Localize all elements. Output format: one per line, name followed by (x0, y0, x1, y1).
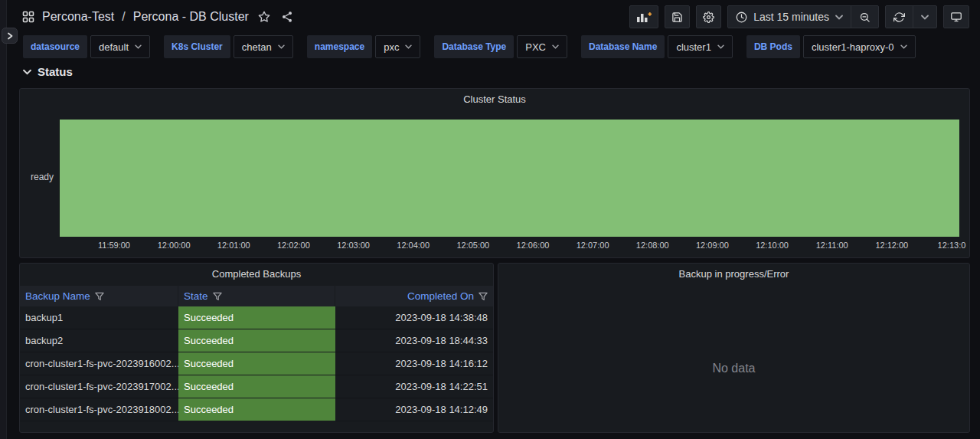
sidebar-expand-button[interactable] (2, 28, 18, 44)
time-axis-tick: 12:09:00 (691, 241, 733, 250)
chevron-down-icon (552, 44, 559, 49)
time-axis-tick: 11:59:00 (93, 241, 136, 250)
cell-completed-on: 2023-09-18 14:38:48 (335, 306, 493, 329)
dashboard-settings-button[interactable] (696, 5, 721, 28)
variable-value-dropdown[interactable]: cluster1-haproxy-0 (803, 35, 916, 58)
time-axis-tick: 12:13:0 (930, 241, 973, 250)
save-dashboard-button[interactable] (665, 5, 690, 28)
variable-value-dropdown[interactable]: pxc (375, 35, 420, 58)
table-row: cron-cluster1-fs-pvc-2023918002... Succe… (20, 398, 493, 421)
dashboard-title[interactable]: Percona - DB Cluster (133, 10, 249, 24)
dashboard-header: Percona-Test / Percona - DB Cluster (7, 0, 980, 34)
folder-name[interactable]: Percona-Test (42, 10, 114, 24)
breadcrumb-separator: / (122, 10, 125, 24)
variable-group: Database Type PXC (434, 35, 567, 58)
variable-value: default (99, 41, 129, 53)
table-header: Backup Name State Completed On (20, 286, 493, 306)
cell-state-badge: Succeeded (178, 306, 335, 329)
variable-label: namespace (307, 35, 372, 58)
favorite-star-button[interactable] (256, 9, 272, 25)
table-row: cron-cluster1-fs-pvc-2023917002... Succe… (20, 375, 493, 398)
share-icon (281, 11, 293, 23)
chevron-down-icon (921, 15, 929, 20)
chevron-down-icon (135, 44, 142, 49)
toolbar: Last 15 minutes (629, 5, 969, 28)
column-label: Backup Name (25, 290, 90, 302)
table-row: backup2 Succeeded 2023-09-18 18:44:33 (20, 329, 493, 352)
cell-backup-name: cron-cluster1-fs-pvc-2023917002... (20, 375, 178, 398)
time-axis-tick: 12:05:00 (452, 241, 495, 250)
apps-grid-icon (22, 11, 34, 23)
variable-group: K8s Cluster chetan (164, 35, 293, 58)
refresh-interval-dropdown[interactable] (913, 6, 936, 28)
refresh-icon (893, 11, 905, 23)
variable-label: Database Name (581, 35, 665, 58)
chevron-down-icon (900, 44, 907, 49)
variable-label: datasource (23, 35, 87, 58)
variable-value-dropdown[interactable]: chetan (234, 35, 293, 58)
cycle-view-mode-button[interactable] (943, 5, 969, 28)
add-panel-icon (636, 11, 652, 23)
variable-group: DB Pods cluster1-haproxy-0 (746, 35, 916, 58)
time-axis-tick: 12:00:00 (152, 241, 195, 250)
refresh-button[interactable] (886, 6, 913, 28)
variable-label: K8s Cluster (164, 35, 230, 58)
time-axis-tick: 12:12:00 (871, 241, 913, 250)
panel-title[interactable]: Completed Backups (20, 264, 493, 283)
timeline-state-bar-ready (60, 120, 959, 237)
filter-funnel-icon[interactable] (95, 292, 104, 301)
zoom-out-icon (859, 11, 871, 23)
variable-value: PXC (525, 41, 546, 53)
column-header-backup-name[interactable]: Backup Name (20, 286, 178, 306)
filter-funnel-icon[interactable] (213, 292, 222, 301)
column-header-completed-on[interactable]: Completed On (335, 286, 493, 306)
variable-group: namespace pxc (307, 35, 421, 58)
share-button[interactable] (279, 9, 295, 25)
table-row: backup1 Succeeded 2023-09-18 14:38:48 (20, 306, 493, 329)
time-axis-tick: 12:02:00 (272, 241, 315, 250)
table-row: cron-cluster1-fs-pvc-2023916002... Succe… (20, 352, 493, 375)
time-range-picker[interactable]: Last 15 minutes (728, 6, 851, 28)
variable-value-dropdown[interactable]: cluster1 (668, 35, 733, 58)
zoom-out-time-button[interactable] (851, 6, 878, 28)
column-header-state[interactable]: State (178, 286, 335, 306)
table-body: backup1 Succeeded 2023-09-18 14:38:48 ba… (20, 306, 493, 421)
breadcrumb: Percona-Test / Percona - DB Cluster (22, 9, 295, 25)
star-icon (258, 11, 270, 23)
time-axis-tick: 12:06:00 (511, 241, 554, 250)
panel-title[interactable]: Cluster Status (20, 89, 969, 109)
cell-state-badge: Succeeded (178, 329, 335, 352)
cell-backup-name: backup2 (20, 329, 178, 352)
time-axis-tick: 12:04:00 (392, 241, 435, 250)
time-axis-tick: 12:11:00 (811, 241, 854, 250)
column-label: Completed On (407, 290, 474, 302)
refresh-group (885, 5, 937, 28)
sidebar-strip (0, 0, 7, 439)
add-panel-button[interactable] (629, 5, 658, 28)
time-axis-tick: 12:07:00 (571, 241, 614, 250)
variable-group: datasource default (23, 35, 150, 58)
panel-title[interactable]: Backup in progress/Error (498, 264, 969, 283)
panel-completed-backups: Completed Backups Backup Name State Comp… (19, 263, 494, 433)
cell-backup-name: cron-cluster1-fs-pvc-2023916002... (20, 352, 178, 375)
monitor-icon (950, 11, 962, 23)
panel-backup-in-progress: Backup in progress/Error No data (498, 263, 970, 433)
cell-completed-on: 2023-09-18 14:16:12 (335, 352, 493, 375)
time-axis-tick: 12:08:00 (631, 241, 674, 250)
time-range-label: Last 15 minutes (753, 11, 829, 23)
cell-completed-on: 2023-09-18 14:22:51 (335, 375, 493, 398)
cell-backup-name: backup1 (20, 306, 178, 329)
variable-value-dropdown[interactable]: default (90, 35, 150, 58)
chevron-down-icon (835, 15, 843, 20)
variable-value: chetan (242, 41, 272, 53)
panel-cluster-status: Cluster Status ready 11:59:00 12:00:00 1… (19, 88, 970, 258)
chevron-down-icon (278, 44, 285, 49)
filter-funnel-icon[interactable] (479, 292, 488, 301)
cell-state-badge: Succeeded (178, 398, 335, 421)
time-picker-group: Last 15 minutes (727, 5, 879, 28)
cell-state-badge: Succeeded (178, 352, 335, 375)
variable-group: Database Name cluster1 (581, 35, 733, 58)
variable-value: cluster1 (676, 41, 711, 53)
variable-value-dropdown[interactable]: PXC (517, 35, 567, 58)
row-toggle-status[interactable]: Status (23, 65, 73, 78)
